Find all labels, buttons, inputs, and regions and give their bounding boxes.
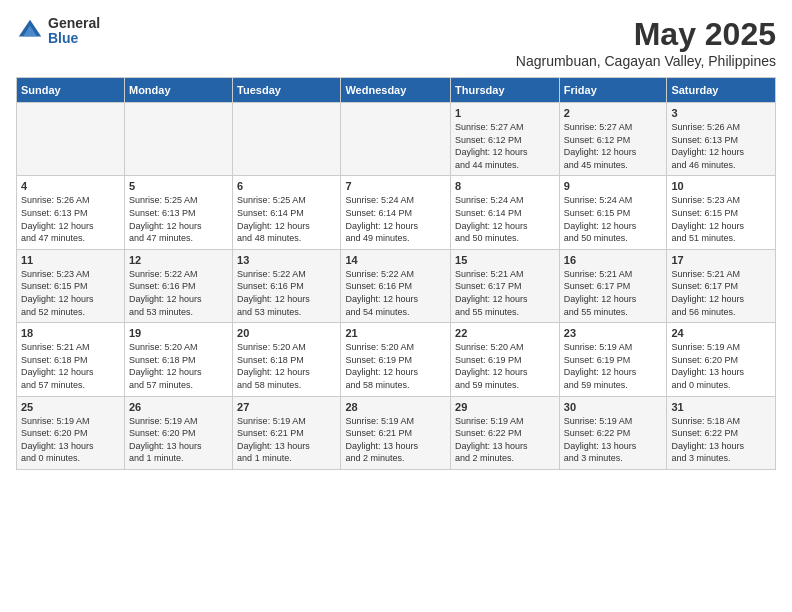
calendar-cell xyxy=(341,103,451,176)
day-details: Sunrise: 5:27 AM Sunset: 6:12 PM Dayligh… xyxy=(455,121,555,171)
day-details: Sunrise: 5:18 AM Sunset: 6:22 PM Dayligh… xyxy=(671,415,771,465)
day-number: 10 xyxy=(671,180,771,192)
calendar-cell xyxy=(17,103,125,176)
day-details: Sunrise: 5:27 AM Sunset: 6:12 PM Dayligh… xyxy=(564,121,663,171)
calendar-cell: 31Sunrise: 5:18 AM Sunset: 6:22 PM Dayli… xyxy=(667,396,776,469)
logo-blue-text: Blue xyxy=(48,31,100,46)
day-number: 31 xyxy=(671,401,771,413)
day-number: 1 xyxy=(455,107,555,119)
day-details: Sunrise: 5:19 AM Sunset: 6:20 PM Dayligh… xyxy=(671,341,771,391)
day-number: 8 xyxy=(455,180,555,192)
calendar-cell: 16Sunrise: 5:21 AM Sunset: 6:17 PM Dayli… xyxy=(559,249,667,322)
calendar-cell: 13Sunrise: 5:22 AM Sunset: 6:16 PM Dayli… xyxy=(233,249,341,322)
calendar-cell: 18Sunrise: 5:21 AM Sunset: 6:18 PM Dayli… xyxy=(17,323,125,396)
day-number: 30 xyxy=(564,401,663,413)
day-details: Sunrise: 5:20 AM Sunset: 6:18 PM Dayligh… xyxy=(129,341,228,391)
day-number: 11 xyxy=(21,254,120,266)
day-details: Sunrise: 5:22 AM Sunset: 6:16 PM Dayligh… xyxy=(237,268,336,318)
day-details: Sunrise: 5:24 AM Sunset: 6:14 PM Dayligh… xyxy=(455,194,555,244)
calendar-cell: 30Sunrise: 5:19 AM Sunset: 6:22 PM Dayli… xyxy=(559,396,667,469)
calendar-cell: 9Sunrise: 5:24 AM Sunset: 6:15 PM Daylig… xyxy=(559,176,667,249)
title-area: May 2025 Nagrumbuan, Cagayan Valley, Phi… xyxy=(516,16,776,69)
calendar-header: SundayMondayTuesdayWednesdayThursdayFrid… xyxy=(17,78,776,103)
day-details: Sunrise: 5:26 AM Sunset: 6:13 PM Dayligh… xyxy=(671,121,771,171)
day-number: 13 xyxy=(237,254,336,266)
calendar-cell: 20Sunrise: 5:20 AM Sunset: 6:18 PM Dayli… xyxy=(233,323,341,396)
calendar-cell xyxy=(233,103,341,176)
day-details: Sunrise: 5:22 AM Sunset: 6:16 PM Dayligh… xyxy=(345,268,446,318)
day-details: Sunrise: 5:19 AM Sunset: 6:20 PM Dayligh… xyxy=(129,415,228,465)
day-details: Sunrise: 5:25 AM Sunset: 6:13 PM Dayligh… xyxy=(129,194,228,244)
calendar-cell: 2Sunrise: 5:27 AM Sunset: 6:12 PM Daylig… xyxy=(559,103,667,176)
day-number: 28 xyxy=(345,401,446,413)
calendar-cell: 1Sunrise: 5:27 AM Sunset: 6:12 PM Daylig… xyxy=(451,103,560,176)
weekday-header: Thursday xyxy=(451,78,560,103)
calendar-week-row: 25Sunrise: 5:19 AM Sunset: 6:20 PM Dayli… xyxy=(17,396,776,469)
calendar-cell: 6Sunrise: 5:25 AM Sunset: 6:14 PM Daylig… xyxy=(233,176,341,249)
day-details: Sunrise: 5:20 AM Sunset: 6:19 PM Dayligh… xyxy=(345,341,446,391)
day-details: Sunrise: 5:23 AM Sunset: 6:15 PM Dayligh… xyxy=(21,268,120,318)
day-number: 26 xyxy=(129,401,228,413)
day-details: Sunrise: 5:22 AM Sunset: 6:16 PM Dayligh… xyxy=(129,268,228,318)
day-number: 29 xyxy=(455,401,555,413)
calendar-table: SundayMondayTuesdayWednesdayThursdayFrid… xyxy=(16,77,776,470)
day-number: 24 xyxy=(671,327,771,339)
calendar-week-row: 4Sunrise: 5:26 AM Sunset: 6:13 PM Daylig… xyxy=(17,176,776,249)
calendar-cell: 7Sunrise: 5:24 AM Sunset: 6:14 PM Daylig… xyxy=(341,176,451,249)
day-number: 7 xyxy=(345,180,446,192)
day-details: Sunrise: 5:19 AM Sunset: 6:21 PM Dayligh… xyxy=(237,415,336,465)
day-number: 14 xyxy=(345,254,446,266)
calendar-cell: 19Sunrise: 5:20 AM Sunset: 6:18 PM Dayli… xyxy=(124,323,232,396)
weekday-header: Sunday xyxy=(17,78,125,103)
day-number: 4 xyxy=(21,180,120,192)
calendar-cell xyxy=(124,103,232,176)
subtitle: Nagrumbuan, Cagayan Valley, Philippines xyxy=(516,53,776,69)
day-details: Sunrise: 5:24 AM Sunset: 6:15 PM Dayligh… xyxy=(564,194,663,244)
day-details: Sunrise: 5:21 AM Sunset: 6:17 PM Dayligh… xyxy=(671,268,771,318)
logo-icon xyxy=(16,17,44,45)
day-number: 6 xyxy=(237,180,336,192)
calendar-cell: 14Sunrise: 5:22 AM Sunset: 6:16 PM Dayli… xyxy=(341,249,451,322)
day-details: Sunrise: 5:19 AM Sunset: 6:22 PM Dayligh… xyxy=(455,415,555,465)
header: General Blue May 2025 Nagrumbuan, Cagaya… xyxy=(16,16,776,69)
calendar-cell: 23Sunrise: 5:19 AM Sunset: 6:19 PM Dayli… xyxy=(559,323,667,396)
calendar-cell: 28Sunrise: 5:19 AM Sunset: 6:21 PM Dayli… xyxy=(341,396,451,469)
logo-general-text: General xyxy=(48,16,100,31)
day-details: Sunrise: 5:21 AM Sunset: 6:17 PM Dayligh… xyxy=(455,268,555,318)
calendar-cell: 21Sunrise: 5:20 AM Sunset: 6:19 PM Dayli… xyxy=(341,323,451,396)
calendar-cell: 10Sunrise: 5:23 AM Sunset: 6:15 PM Dayli… xyxy=(667,176,776,249)
logo-text: General Blue xyxy=(48,16,100,47)
day-number: 17 xyxy=(671,254,771,266)
calendar-cell: 5Sunrise: 5:25 AM Sunset: 6:13 PM Daylig… xyxy=(124,176,232,249)
calendar-cell: 26Sunrise: 5:19 AM Sunset: 6:20 PM Dayli… xyxy=(124,396,232,469)
day-number: 2 xyxy=(564,107,663,119)
calendar-cell: 17Sunrise: 5:21 AM Sunset: 6:17 PM Dayli… xyxy=(667,249,776,322)
day-number: 15 xyxy=(455,254,555,266)
main-title: May 2025 xyxy=(516,16,776,53)
day-details: Sunrise: 5:24 AM Sunset: 6:14 PM Dayligh… xyxy=(345,194,446,244)
day-number: 18 xyxy=(21,327,120,339)
header-row: SundayMondayTuesdayWednesdayThursdayFrid… xyxy=(17,78,776,103)
day-details: Sunrise: 5:21 AM Sunset: 6:17 PM Dayligh… xyxy=(564,268,663,318)
calendar-cell: 25Sunrise: 5:19 AM Sunset: 6:20 PM Dayli… xyxy=(17,396,125,469)
calendar-cell: 8Sunrise: 5:24 AM Sunset: 6:14 PM Daylig… xyxy=(451,176,560,249)
day-number: 3 xyxy=(671,107,771,119)
day-number: 25 xyxy=(21,401,120,413)
logo: General Blue xyxy=(16,16,100,47)
day-details: Sunrise: 5:20 AM Sunset: 6:18 PM Dayligh… xyxy=(237,341,336,391)
day-details: Sunrise: 5:26 AM Sunset: 6:13 PM Dayligh… xyxy=(21,194,120,244)
day-number: 20 xyxy=(237,327,336,339)
calendar-cell: 4Sunrise: 5:26 AM Sunset: 6:13 PM Daylig… xyxy=(17,176,125,249)
calendar-cell: 29Sunrise: 5:19 AM Sunset: 6:22 PM Dayli… xyxy=(451,396,560,469)
calendar-cell: 15Sunrise: 5:21 AM Sunset: 6:17 PM Dayli… xyxy=(451,249,560,322)
day-number: 22 xyxy=(455,327,555,339)
day-number: 16 xyxy=(564,254,663,266)
day-details: Sunrise: 5:19 AM Sunset: 6:20 PM Dayligh… xyxy=(21,415,120,465)
weekday-header: Monday xyxy=(124,78,232,103)
day-number: 12 xyxy=(129,254,228,266)
day-number: 9 xyxy=(564,180,663,192)
day-number: 27 xyxy=(237,401,336,413)
day-details: Sunrise: 5:23 AM Sunset: 6:15 PM Dayligh… xyxy=(671,194,771,244)
day-number: 19 xyxy=(129,327,228,339)
day-details: Sunrise: 5:19 AM Sunset: 6:19 PM Dayligh… xyxy=(564,341,663,391)
